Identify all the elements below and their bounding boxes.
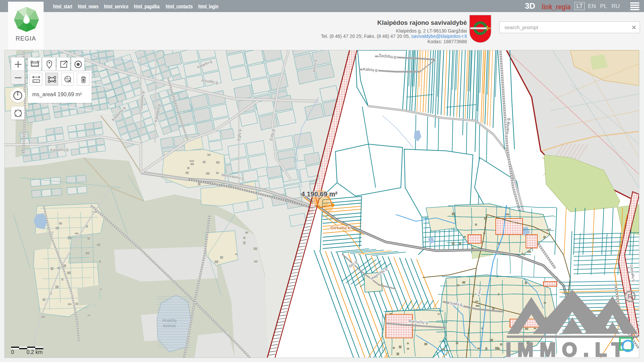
svg-text:Kaštonų g.: Kaštonų g. (50, 147, 69, 153)
svg-text:IMMO.LT: IMMO.LT (506, 339, 630, 358)
svg-text:Eglų g.: Eglų g. (236, 128, 241, 141)
svg-text:ezeras: ezeras (163, 323, 176, 328)
svg-text:R: R (627, 292, 633, 301)
svg-text:Anaičių: Anaičių (162, 318, 177, 323)
svg-text:4 190,69 m²: 4 190,69 m² (301, 190, 337, 198)
svg-text:Girkalių k.: Girkalių k. (330, 225, 352, 230)
